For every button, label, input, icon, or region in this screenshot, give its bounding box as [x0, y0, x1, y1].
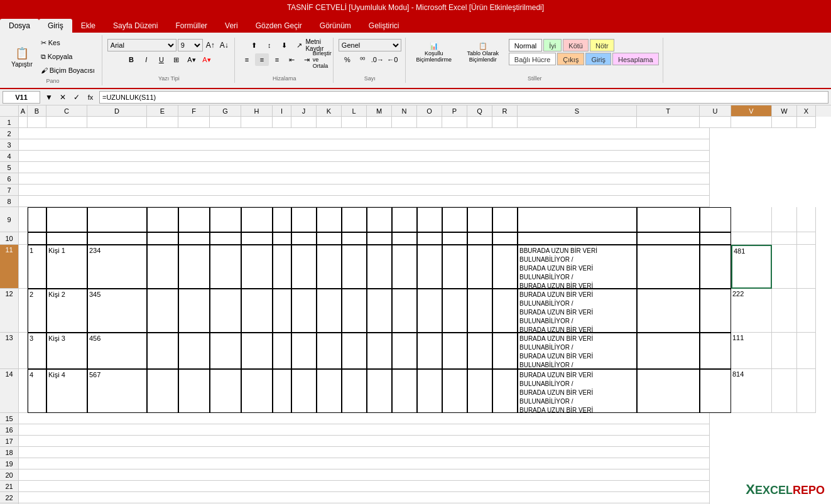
col-header-I[interactable]: I — [273, 105, 291, 117]
col-header-H[interactable]: H — [241, 105, 273, 117]
align-left-button[interactable]: ≡ — [240, 53, 254, 66]
fill-color-button[interactable]: A▾ — [185, 53, 198, 66]
row-num-1[interactable]: 1 — [0, 117, 19, 128]
col-header-D[interactable]: D — [87, 105, 147, 117]
cell-F1[interactable] — [178, 117, 210, 128]
col-header-V[interactable]: V — [731, 105, 772, 117]
text-rotate-button[interactable]: ↗ — [293, 39, 307, 51]
underline-button[interactable]: U — [155, 53, 168, 66]
cell-D12[interactable]: 345 — [87, 289, 147, 333]
cell-V13[interactable]: 111 — [731, 333, 772, 369]
cell-C13[interactable]: Kişi 3 — [46, 333, 87, 369]
tab-gozden-gecir[interactable]: Gözden Geçir — [247, 19, 311, 33]
yapistir-button[interactable]: 📋 Yapıştır — [8, 43, 36, 70]
col-header-W[interactable]: W — [772, 105, 797, 117]
col-header-J[interactable]: J — [291, 105, 317, 117]
cell-T1[interactable] — [637, 117, 700, 128]
style-neutral-button[interactable]: Nötr — [590, 39, 614, 51]
font-color-button[interactable]: A▾ — [200, 53, 214, 66]
metni-kaydir-button[interactable]: Metni Kaydır — [308, 39, 322, 51]
cell-C1[interactable] — [46, 117, 87, 128]
style-normal-button[interactable]: Normal — [509, 39, 542, 51]
cell-H1[interactable] — [241, 117, 273, 128]
cell-A1[interactable] — [19, 117, 28, 128]
col-header-L[interactable]: L — [342, 105, 367, 117]
tab-sayfa-duzeni[interactable]: Sayfa Düzeni — [104, 19, 166, 33]
cell-L1[interactable] — [342, 117, 367, 128]
tab-gorunum[interactable]: Görünüm — [311, 19, 360, 33]
cell-B1[interactable] — [28, 117, 46, 128]
style-linked-button[interactable]: Bağlı Hücre — [509, 53, 556, 65]
col-header-O[interactable]: O — [417, 105, 442, 117]
cell-V12[interactable]: 222 — [731, 289, 772, 333]
font-size-select[interactable]: 9 — [178, 39, 203, 51]
cell-C12[interactable]: Kişi 2 — [46, 289, 87, 333]
col-header-R[interactable]: R — [492, 105, 518, 117]
cancel-formula-button[interactable]: ✕ — [57, 91, 69, 104]
col-header-E[interactable]: E — [147, 105, 178, 117]
col-header-T[interactable]: T — [637, 105, 700, 117]
bold-button[interactable]: B — [124, 53, 138, 66]
bicim-boyacisi-button[interactable]: 🖌 Biçim Boyacısı — [38, 64, 98, 77]
col-header-U[interactable]: U — [700, 105, 731, 117]
cell-I1[interactable] — [273, 117, 291, 128]
cell-W1[interactable] — [772, 117, 797, 128]
col-header-X[interactable]: X — [797, 105, 816, 117]
tab-giris[interactable]: Giriş — [39, 19, 72, 33]
col-header-C[interactable]: C — [46, 105, 87, 117]
cell-B14[interactable]: 4 — [28, 369, 46, 413]
cell-O1[interactable] — [417, 117, 442, 128]
cell-V1[interactable] — [731, 117, 772, 128]
cell-U1[interactable] — [700, 117, 731, 128]
cell-S13[interactable]: BURADA UZUN BİR VERİ BULUNABİLİYOR / BUR… — [518, 333, 637, 369]
cell-B13[interactable]: 3 — [28, 333, 46, 369]
font-shrink-button[interactable]: A↓ — [218, 39, 231, 51]
italic-button[interactable]: I — [139, 53, 153, 66]
cell-G1[interactable] — [210, 117, 241, 128]
col-header-S[interactable]: S — [518, 105, 637, 117]
style-output-button[interactable]: Çıkış — [557, 53, 584, 65]
align-top-button[interactable]: ⬆ — [247, 39, 261, 51]
confirm-formula-button[interactable]: ✓ — [70, 91, 83, 104]
col-header-G[interactable]: G — [210, 105, 241, 117]
cell-P1[interactable] — [442, 117, 467, 128]
tab-formuller[interactable]: Formüller — [166, 19, 216, 33]
cell-D1[interactable] — [87, 117, 147, 128]
align-right-button[interactable]: ≡ — [270, 53, 284, 66]
style-good-button[interactable]: İyi — [543, 39, 562, 51]
decimal-more-button[interactable]: .0→ — [371, 53, 384, 66]
col-header-M[interactable]: M — [367, 105, 392, 117]
cell-M1[interactable] — [367, 117, 392, 128]
style-input-button[interactable]: Giriş — [585, 53, 611, 65]
number-format-select[interactable]: Genel — [339, 39, 401, 51]
insert-function-button[interactable]: fx — [84, 91, 97, 104]
cell-C14[interactable]: Kişi 4 — [46, 369, 87, 413]
cell-V14[interactable]: 814 — [731, 369, 772, 413]
kes-button[interactable]: ✂ Kes — [38, 36, 98, 49]
cell-reference-input[interactable] — [3, 91, 40, 104]
col-header-P[interactable]: P — [442, 105, 467, 117]
indent-more-button[interactable]: ⇥ — [300, 53, 314, 66]
align-bottom-button[interactable]: ⬇ — [278, 39, 291, 51]
cell-V11[interactable]: 481 — [731, 245, 772, 289]
cell-Q1[interactable] — [467, 117, 492, 128]
tablo-bicimlendir-button[interactable]: 📋 Tablo Olarak Biçimlendir — [460, 40, 506, 65]
formula-input[interactable] — [99, 91, 828, 104]
cell-D14[interactable]: 567 — [87, 369, 147, 413]
cell-S14[interactable]: BURADA UZUN BİR VERİ BULUNABİLİYOR / BUR… — [518, 369, 637, 413]
col-header-F[interactable]: F — [178, 105, 210, 117]
col-header-K[interactable]: K — [317, 105, 342, 117]
expand-formula-button[interactable]: ▼ — [43, 91, 55, 104]
cell-S11[interactable]: BBURADA UZUN BİR VERİ BULUNABİLİYOR / BU… — [518, 245, 637, 289]
decimal-less-button[interactable]: ←0 — [386, 53, 399, 66]
tab-ekle[interactable]: Ekle — [72, 19, 104, 33]
cell-X1[interactable] — [797, 117, 816, 128]
col-header-N[interactable]: N — [392, 105, 417, 117]
font-name-select[interactable]: Arial — [107, 39, 177, 51]
col-header-A[interactable]: A — [19, 105, 28, 117]
style-calc-button[interactable]: Hesaplama — [612, 53, 659, 65]
cell-K1[interactable] — [317, 117, 342, 128]
cell-N1[interactable] — [392, 117, 417, 128]
kopyala-button[interactable]: ⧉ Kopyala — [38, 50, 98, 63]
style-bad-button[interactable]: Kötü — [563, 39, 589, 51]
